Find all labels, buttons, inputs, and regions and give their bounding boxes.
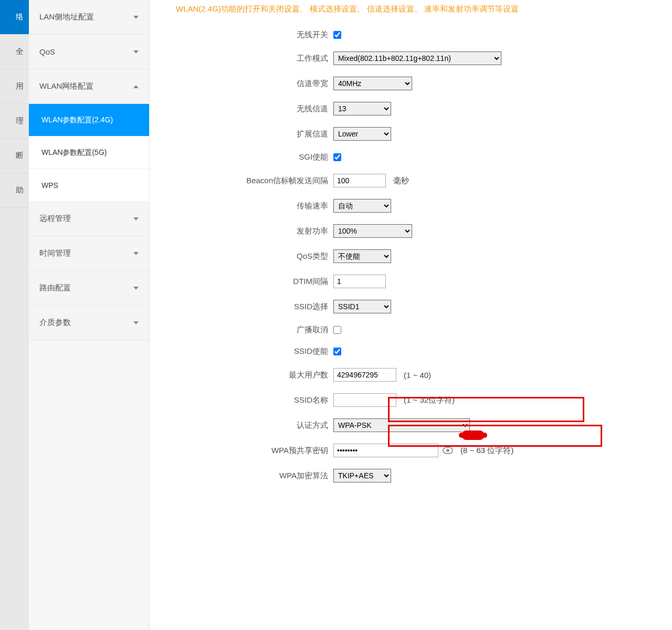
label-wireless-switch: 无线开关 xyxy=(160,30,333,40)
sidebar-item-label: WLAN网络配置 xyxy=(39,81,93,91)
sidebar-item-label: LAN侧地址配置 xyxy=(39,12,94,22)
channel-bw-select[interactable]: 40MHz xyxy=(333,77,412,90)
chevron-down-icon xyxy=(133,287,139,290)
sidebar: LAN侧地址配置 QoS WLAN网络配置 WLAN参数配置(2.4G) WLA… xyxy=(29,0,150,630)
wpa-psk-hint: (8 ~ 63 位字符) xyxy=(460,446,513,456)
label-sgi-enable: SGI使能 xyxy=(160,152,333,162)
sidebar-item-qos[interactable]: QoS xyxy=(29,35,149,69)
label-ssid-select: SSID选择 xyxy=(160,302,333,312)
annotation-redaction-mark xyxy=(462,430,484,440)
chevron-up-icon xyxy=(133,85,139,88)
primary-nav-strip: 络 全 用 理 断 助 xyxy=(0,0,29,630)
dtim-interval-input[interactable] xyxy=(333,275,386,288)
label-dtim-interval: DTIM间隔 xyxy=(160,277,333,287)
wireless-switch-checkbox[interactable] xyxy=(333,31,341,39)
nav-strip-item-help[interactable]: 助 xyxy=(0,173,29,208)
sidebar-item-label: 远程管理 xyxy=(39,214,71,224)
broadcast-cancel-checkbox[interactable] xyxy=(333,326,341,334)
eye-icon[interactable] xyxy=(443,447,453,454)
ssid-name-hint: (1 ~ 32位字符) xyxy=(404,395,455,405)
sidebar-sub-wlan-24g[interactable]: WLAN参数配置(2.4G) xyxy=(29,104,149,136)
tx-rate-select[interactable]: 自动 xyxy=(333,199,391,213)
label-qos-type: QoS类型 xyxy=(160,251,333,261)
beacon-interval-input[interactable] xyxy=(333,174,386,187)
nav-strip-item-network[interactable]: 络 xyxy=(0,0,29,35)
sidebar-item-remote[interactable]: 远程管理 xyxy=(29,202,149,236)
beacon-unit: 毫秒 xyxy=(393,176,409,186)
label-max-users: 最大用户数 xyxy=(160,370,333,380)
ssid-select[interactable]: SSID1 xyxy=(333,300,391,313)
ssid-name-input[interactable] xyxy=(333,393,396,407)
work-mode-select[interactable]: Mixed(802.11b+802.11g+802.11n) xyxy=(333,51,501,65)
wpa-psk-input[interactable] xyxy=(333,444,438,457)
sidebar-item-media[interactable]: 介质参数 xyxy=(29,306,149,340)
sidebar-item-label: 时间管理 xyxy=(39,248,71,258)
max-users-input[interactable] xyxy=(333,368,396,382)
label-work-mode: 工作模式 xyxy=(160,54,333,64)
chevron-down-icon xyxy=(133,217,139,220)
sidebar-item-label: QoS xyxy=(39,47,55,56)
auth-type-select[interactable]: WPA-PSK xyxy=(333,418,470,432)
ssid-enable-checkbox[interactable] xyxy=(333,348,341,355)
label-tx-power: 发射功率 xyxy=(160,226,333,236)
label-wireless-channel: 无线信道 xyxy=(160,104,333,114)
label-ssid-name: SSID名称 xyxy=(160,395,333,405)
nav-strip-item-app[interactable]: 用 xyxy=(0,69,29,104)
tx-power-select[interactable]: 100% xyxy=(333,224,412,238)
max-users-hint: (1 ~ 40) xyxy=(404,371,431,380)
label-wpa-psk: WPA预共享密钥 xyxy=(160,446,333,456)
label-auth-type: 认证方式 xyxy=(160,421,333,430)
main-content: WLAN(2.4G)功能的打开和关闭设置、 模式选择设置、 信道选择设置、 速率… xyxy=(150,0,672,630)
label-broadcast-cancel: 广播取消 xyxy=(160,325,333,335)
nav-strip-item-security[interactable]: 全 xyxy=(0,35,29,69)
label-ssid-enable: SSID使能 xyxy=(160,346,333,356)
wireless-channel-select[interactable]: 13 xyxy=(333,102,391,116)
label-beacon-interval: Beacon信标帧发送间隔 xyxy=(160,176,333,186)
sidebar-item-route[interactable]: 路由配置 xyxy=(29,271,149,306)
sidebar-item-time[interactable]: 时间管理 xyxy=(29,236,149,271)
sidebar-sub-wlan-5g[interactable]: WLAN参数配置(5G) xyxy=(29,136,149,169)
chevron-down-icon xyxy=(133,321,139,324)
sidebar-item-wlan[interactable]: WLAN网络配置 xyxy=(29,69,149,104)
sidebar-item-label: 路由配置 xyxy=(39,283,71,293)
sidebar-item-label: 介质参数 xyxy=(39,318,71,328)
sidebar-item-lan[interactable]: LAN侧地址配置 xyxy=(29,0,149,35)
sidebar-sub-wps[interactable]: WPS xyxy=(29,169,149,202)
qos-type-select[interactable]: 不使能 xyxy=(333,249,391,263)
page-description: WLAN(2.4G)功能的打开和关闭设置、 模式选择设置、 信道选择设置、 速率… xyxy=(160,0,667,30)
chevron-down-icon xyxy=(133,252,139,255)
label-wpa-algo: WPA加密算法 xyxy=(160,471,333,481)
chevron-down-icon xyxy=(133,16,139,19)
label-channel-bw: 信道带宽 xyxy=(160,79,333,89)
label-tx-rate: 传输速率 xyxy=(160,201,333,211)
nav-strip-item-diag[interactable]: 断 xyxy=(0,139,29,173)
wpa-algo-select[interactable]: TKIP+AES xyxy=(333,469,391,482)
nav-strip-item-manage[interactable]: 理 xyxy=(0,104,29,139)
chevron-down-icon xyxy=(133,50,139,54)
label-ext-channel: 扩展信道 xyxy=(160,129,333,139)
ext-channel-select[interactable]: Lower xyxy=(333,127,391,141)
sgi-enable-checkbox[interactable] xyxy=(333,153,341,161)
